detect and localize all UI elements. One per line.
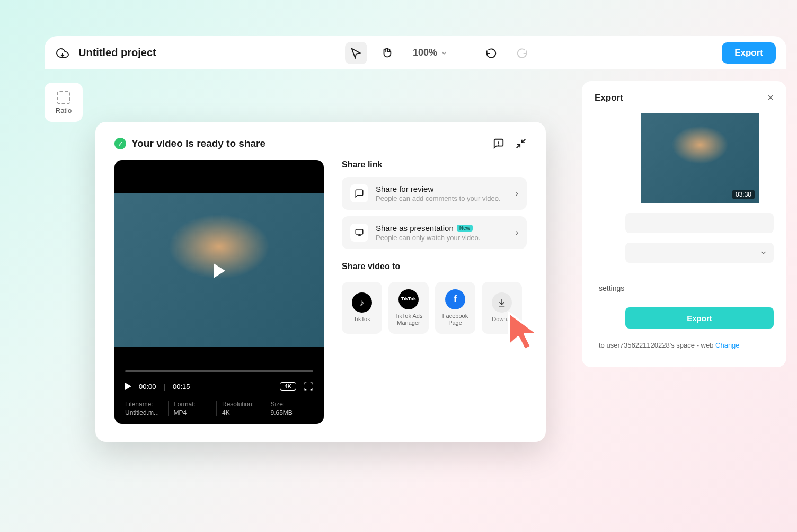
hand-tool-button[interactable] [376,42,398,64]
comment-icon [350,184,368,202]
share-for-review-option[interactable]: Share for review People can add comments… [342,177,527,210]
current-time: 00:00 [139,383,156,391]
export-button[interactable]: Export [722,42,776,64]
video-info: Filename: Untitled.m... Format: MP4 Reso… [114,393,324,424]
redo-icon [516,47,528,59]
chevron-right-icon: › [516,228,518,237]
export-field-1[interactable] [625,213,774,233]
export-footer: to user7356221120228's space - web Chang… [599,341,774,349]
play-button[interactable] [214,263,225,278]
change-link[interactable]: Change [715,341,740,349]
svg-point-1 [499,145,499,145]
chevron-down-icon [440,49,448,57]
fullscreen-icon[interactable] [304,382,313,391]
ratio-label: Ratio [56,107,72,114]
zoom-control[interactable]: 100% [413,47,448,58]
export-field-2[interactable] [625,243,774,263]
undo-button[interactable] [480,42,502,64]
export-confirm-button[interactable]: Export [625,307,774,329]
play-icon[interactable] [125,383,131,390]
tiktok-target[interactable]: ♪ TikTok [342,282,382,334]
cursor-tool-button[interactable] [345,42,367,64]
comment-icon[interactable] [493,138,504,149]
export-panel: Export × 03:30 settings Export to user73… [582,81,786,367]
share-video-label: Share video to [342,262,527,271]
cursor-pointer-overlay [503,308,546,356]
presentation-icon [350,224,368,242]
export-thumbnail[interactable]: 03:30 [641,113,759,203]
facebook-target[interactable]: f Facebook Page [435,282,475,334]
tiktok-ads-target[interactable]: TikTok TikTok Ads Manager [388,282,429,334]
project-title[interactable]: Untitled project [78,47,156,59]
quality-badge[interactable]: 4K [280,382,296,391]
export-panel-title: Export [595,93,623,103]
ratio-button[interactable]: Ratio [45,83,83,122]
divider [467,47,467,59]
toolbar: Untitled project 100% Export [45,36,786,69]
hand-icon [381,47,393,59]
chevron-right-icon: › [516,189,518,198]
tiktok-ads-icon: TikTok [398,289,419,309]
redo-button[interactable] [511,42,533,64]
share-as-presentation-option[interactable]: Share as presentation New People can onl… [342,216,527,249]
new-badge: New [457,225,473,232]
share-link-label: Share link [342,160,527,170]
tiktok-icon: ♪ [352,292,372,313]
export-settings-label: settings [599,284,774,292]
svg-rect-2 [356,229,363,234]
share-modal-title: Your video is ready to share [131,138,488,149]
zoom-level: 100% [413,47,437,58]
cursor-icon [350,47,362,59]
close-icon[interactable]: × [767,92,774,104]
check-icon: ✓ [114,138,126,149]
facebook-icon: f [445,289,465,309]
share-modal: ✓ Your video is ready to share 00:00 | 0… [95,122,546,442]
progress-bar[interactable] [125,370,313,372]
ratio-icon [57,91,70,104]
export-duration: 03:30 [732,190,755,199]
chevron-down-icon [760,249,767,256]
cloud-icon [55,47,70,59]
video-preview[interactable]: 00:00 | 00:15 4K Filename: Untitled.m...… [114,160,324,424]
minimize-icon[interactable] [515,138,527,149]
total-time: 00:15 [173,383,190,391]
undo-icon [485,47,497,59]
